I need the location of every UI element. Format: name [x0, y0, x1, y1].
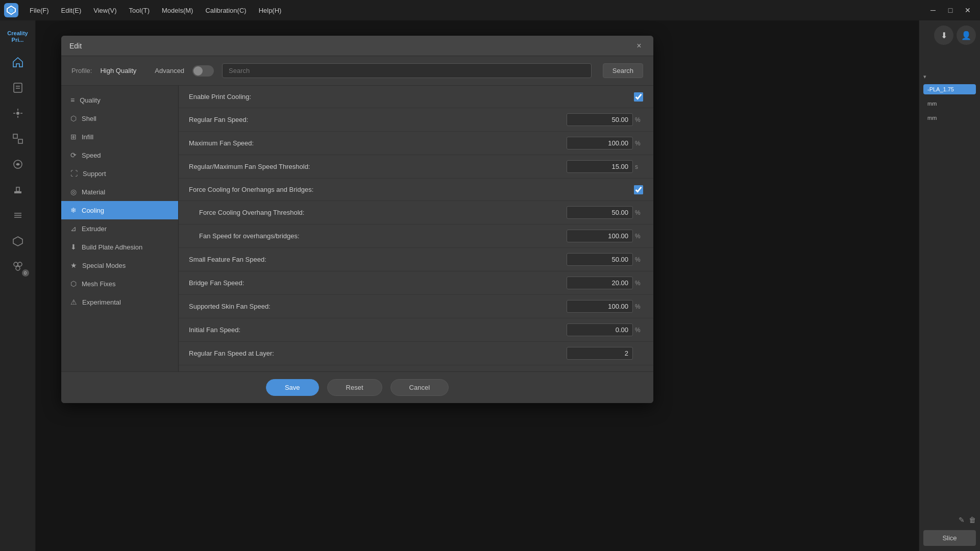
sidebar-files-icon[interactable] — [6, 77, 30, 99]
fan-speed-overhangs-bridges-input[interactable] — [567, 230, 633, 242]
quality-icon: ≡ — [70, 96, 75, 104]
settings-item-material-label: Material — [82, 188, 105, 196]
svg-rect-11 — [13, 134, 17, 138]
material-extra: mm — [923, 98, 976, 109]
small-feature-fan-speed-unit: % — [635, 256, 643, 263]
dialog-header: Edit × — [61, 36, 653, 56]
settings-item-mesh-fixes[interactable]: ⬡ Mesh Fixes — [61, 274, 178, 293]
settings-item-quality[interactable]: ≡ Quality — [61, 91, 178, 109]
menu-help[interactable]: Help(H) — [254, 5, 287, 16]
initial-fan-speed-label: Initial Fan Speed: — [189, 326, 567, 334]
fan-speed-overhangs-bridges-value: % — [567, 230, 643, 242]
maximize-button[interactable]: □ — [942, 3, 959, 17]
fan-speed-overhangs-bridges-label: Fan Speed for overhangs/bridges: — [189, 232, 567, 240]
settings-item-support[interactable]: ⛶ Support — [61, 164, 178, 183]
sidebar-build-icon[interactable] — [6, 230, 30, 252]
search-input[interactable] — [222, 63, 592, 78]
sidebar-home-icon[interactable] — [6, 51, 30, 73]
maximum-fan-speed-label: Maximum Fan Speed: — [189, 139, 567, 147]
settings-item-extruder[interactable]: ⊿ Extruder — [61, 219, 178, 238]
dialog-close-button[interactable]: × — [633, 40, 645, 52]
setting-row-fan-speed-threshold: Regular/Maximum Fan Speed Threshold: s — [179, 155, 653, 179]
small-feature-fan-speed-input[interactable] — [567, 253, 633, 266]
cooling-icon: ❄ — [70, 206, 77, 214]
search-button[interactable]: Search — [603, 63, 643, 78]
svg-marker-19 — [13, 237, 22, 246]
user-icon[interactable]: 👤 — [957, 26, 976, 45]
settings-item-cooling-label: Cooling — [82, 207, 104, 214]
setting-row-supported-skin-fan-speed: Supported Skin Fan Speed: % — [179, 295, 653, 318]
force-cooling-overhang-threshold-unit: % — [635, 209, 643, 216]
setting-row-initial-fan-speed: Initial Fan Speed: % — [179, 318, 653, 342]
bridge-fan-speed-value: % — [567, 277, 643, 289]
svg-marker-1 — [9, 8, 13, 13]
sidebar-list-icon[interactable] — [6, 204, 30, 227]
main-layout: CrealityPri... 0 — [0, 20, 980, 551]
advanced-toggle[interactable] — [192, 65, 214, 77]
regular-fan-speed-at-layer-value — [567, 347, 643, 360]
fan-speed-threshold-input[interactable] — [567, 160, 633, 173]
setting-row-force-cooling-overhang-threshold: Force Cooling Overhang Threshold: % — [179, 201, 653, 224]
center-area: Edit × Profile: High Quality Advanced Se… — [36, 20, 919, 551]
menu-file[interactable]: File(F) — [24, 5, 54, 16]
supported-skin-fan-speed-input[interactable] — [567, 300, 633, 313]
delete-icon[interactable]: 🗑 — [969, 516, 976, 524]
dialog-toolbar: Profile: High Quality Advanced Search — [61, 56, 653, 86]
material-highlight[interactable]: -PLA_1.75 — [923, 84, 976, 94]
settings-item-material[interactable]: ◎ Material — [61, 183, 178, 201]
cancel-button[interactable]: Cancel — [390, 379, 449, 396]
enable-print-cooling-checkbox[interactable] — [634, 92, 643, 102]
slice-button[interactable]: Slice — [923, 530, 976, 546]
maximum-fan-speed-input[interactable] — [567, 137, 633, 149]
settings-item-infill-label: Infill — [82, 133, 93, 141]
force-cooling-overhangs-value — [634, 185, 643, 194]
edit-icon[interactable]: ✎ — [959, 516, 965, 524]
reset-button[interactable]: Reset — [327, 379, 382, 396]
svg-point-6 — [16, 112, 19, 115]
regular-fan-speed-at-layer-label: Regular Fan Speed at Layer: — [189, 349, 567, 357]
download-icon[interactable]: ⬇ — [934, 26, 953, 45]
menu-edit[interactable]: Edit(E) — [56, 5, 87, 16]
regular-fan-speed-input[interactable] — [567, 113, 633, 126]
settings-item-infill[interactable]: ⊞ Infill — [61, 128, 178, 146]
sidebar-move-icon[interactable] — [6, 102, 30, 124]
svg-marker-2 — [13, 58, 22, 67]
bridge-fan-speed-input[interactable] — [567, 277, 633, 289]
sidebar-colors-icon[interactable]: 0 — [6, 255, 30, 278]
force-cooling-overhang-threshold-input[interactable] — [567, 206, 633, 219]
shell-icon: ⬡ — [70, 114, 77, 122]
dialog-body: ≡ Quality ⬡ Shell ⊞ Infill ⟳ Speed — [61, 86, 653, 371]
settings-item-cooling[interactable]: ❄ Cooling — [61, 201, 178, 219]
material-icon: ◎ — [70, 188, 77, 196]
force-cooling-overhangs-checkbox[interactable] — [634, 185, 643, 194]
settings-item-build-plate-adhesion[interactable]: ⬇ Build Plate Adhesion — [61, 238, 178, 256]
initial-fan-speed-input[interactable] — [567, 323, 633, 336]
settings-item-shell[interactable]: ⬡ Shell — [61, 109, 178, 128]
close-button[interactable]: ✕ — [960, 3, 976, 17]
regular-fan-speed-label: Regular Fan Speed: — [189, 116, 567, 123]
sidebar-paint-icon[interactable] — [6, 153, 30, 176]
settings-item-quality-label: Quality — [80, 96, 100, 104]
settings-item-special-modes[interactable]: ★ Special Modes — [61, 256, 178, 274]
settings-item-experimental[interactable]: ⚠ Experimental — [61, 293, 178, 311]
sidebar-support-icon[interactable] — [6, 179, 30, 201]
experimental-icon: ⚠ — [70, 298, 77, 306]
dialog-title: Edit — [69, 42, 82, 50]
minimize-button[interactable]: ─ — [925, 3, 941, 17]
supported-skin-fan-speed-unit: % — [635, 303, 643, 310]
fan-speed-threshold-label: Regular/Maximum Fan Speed Threshold: — [189, 163, 567, 170]
menu-models[interactable]: Models(M) — [157, 5, 198, 16]
menu-tool[interactable]: Tool(T) — [124, 5, 155, 16]
setting-row-maximum-fan-speed: Maximum Fan Speed: % — [179, 132, 653, 155]
settings-item-speed[interactable]: ⟳ Speed — [61, 146, 178, 164]
sidebar-scale-icon[interactable] — [6, 128, 30, 150]
toggle-thumb — [193, 66, 203, 76]
title-bar: File(F) Edit(E) View(V) Tool(T) Models(M… — [0, 0, 980, 20]
menu-calibration[interactable]: Calibration(C) — [200, 5, 251, 16]
menu-view[interactable]: View(V) — [88, 5, 121, 16]
edit-dialog: Edit × Profile: High Quality Advanced Se… — [61, 36, 653, 403]
initial-fan-speed-unit: % — [635, 327, 643, 334]
supported-skin-fan-speed-value: % — [567, 300, 643, 313]
regular-fan-speed-at-layer-input[interactable] — [567, 347, 633, 360]
save-button[interactable]: Save — [266, 379, 319, 396]
